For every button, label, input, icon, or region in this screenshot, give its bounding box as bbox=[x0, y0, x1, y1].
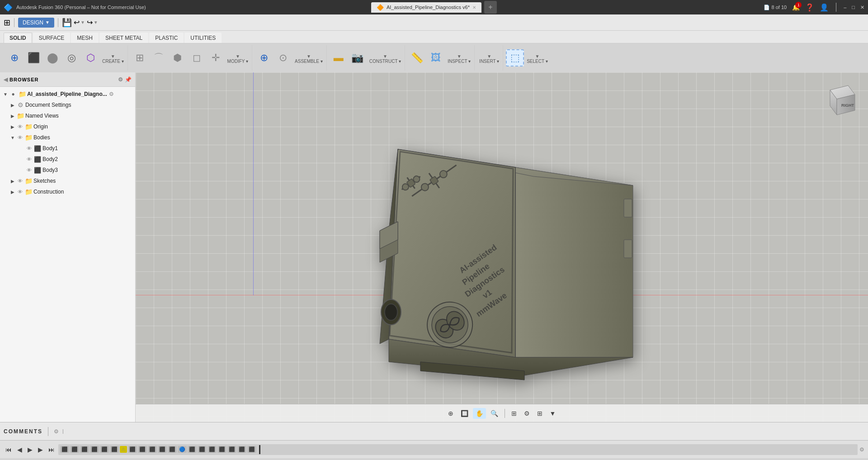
timeline-prev-btn[interactable]: ◀ bbox=[15, 445, 24, 454]
timeline-op-1[interactable]: ⬛ bbox=[60, 446, 69, 453]
fillet-btn[interactable]: ⌒ bbox=[150, 49, 168, 66]
tab-solid[interactable]: SOLID bbox=[4, 33, 32, 43]
maximize-btn[interactable]: □ bbox=[852, 5, 855, 10]
timeline-op-10[interactable]: ⬛ bbox=[148, 446, 157, 453]
tree-item-origin[interactable]: ▶ 👁 📁 Origin bbox=[0, 121, 135, 132]
scale-btn[interactable]: ✛ bbox=[207, 50, 225, 66]
timeline-play-btn[interactable]: ▶ bbox=[26, 445, 34, 454]
redo-btn[interactable]: ↪ bbox=[87, 18, 93, 27]
sketches-visibility-icon[interactable]: 👁 bbox=[16, 178, 24, 184]
timeline-op-13[interactable]: 🔵 bbox=[178, 446, 187, 453]
timeline-op-8[interactable]: ⬛ bbox=[128, 446, 137, 453]
viewport-look-at-btn[interactable]: 🔲 bbox=[458, 408, 471, 419]
browser-collapse-btn[interactable]: ◀ bbox=[4, 76, 8, 83]
timeline-op-9[interactable]: ⬛ bbox=[138, 446, 147, 453]
minimize-btn[interactable]: – bbox=[844, 5, 846, 10]
viewport-zoom-to-fit-btn[interactable]: ⊞ bbox=[509, 408, 519, 419]
timeline-step-forward-btn[interactable]: ⏭ bbox=[47, 445, 57, 454]
tab-close-btn[interactable]: ✕ bbox=[472, 5, 476, 10]
timeline-op-12[interactable]: ⬛ bbox=[168, 446, 177, 453]
save-btn[interactable]: 💾 bbox=[62, 18, 72, 28]
angle-plane-btn[interactable]: 📷 bbox=[349, 50, 367, 66]
timeline-op-15[interactable]: ⬛ bbox=[198, 446, 207, 453]
tab-plastic[interactable]: PLASTIC bbox=[149, 33, 184, 43]
tree-item-root[interactable]: ▼ ● 📁 AI_assisted_Pipeline_Diagno... ⚙ bbox=[0, 89, 135, 100]
tree-item-body3[interactable]: ▶ 👁 ⬛ Body3 bbox=[0, 165, 135, 175]
construct-dropdown-btn[interactable]: ▼ CONSTRUCT ▾ bbox=[368, 51, 403, 65]
comments-settings-btn[interactable]: ⚙ bbox=[54, 428, 59, 435]
modify-dropdown-btn[interactable]: ▼ MODIFY ▾ bbox=[226, 51, 250, 65]
active-tab[interactable]: 🔶 AI_assisted_Pipeline_Diagnostics v6* ✕ bbox=[371, 2, 481, 13]
tab-surface[interactable]: SURFACE bbox=[33, 33, 71, 43]
timeline-next-btn[interactable]: ▶ bbox=[36, 445, 45, 454]
app-menu-btn[interactable]: ⊞ bbox=[4, 18, 10, 28]
tab-sheet-metal[interactable]: SHEET METAL bbox=[99, 33, 148, 43]
timeline-op-4[interactable]: ⬛ bbox=[90, 446, 99, 453]
section-analysis-btn[interactable]: 🖼 bbox=[427, 50, 445, 66]
help-btn[interactable]: ❓ bbox=[805, 3, 814, 12]
construction-visibility-icon[interactable]: 👁 bbox=[16, 189, 24, 194]
new-joint-btn[interactable]: ⊕ bbox=[255, 50, 273, 66]
measure-btn[interactable]: 📏 bbox=[408, 50, 426, 66]
timeline-op-3[interactable]: ⬛ bbox=[80, 446, 89, 453]
close-btn[interactable]: ✕ bbox=[860, 5, 864, 10]
timeline-op-18[interactable]: ⬛ bbox=[227, 446, 236, 453]
root-settings-icon[interactable]: ⚙ bbox=[109, 91, 114, 97]
new-tab-btn[interactable]: + bbox=[484, 1, 497, 14]
loft-btn[interactable]: ⬡ bbox=[81, 50, 99, 66]
viewport-pan-btn[interactable]: ✋ bbox=[473, 408, 486, 419]
timeline-op-5[interactable]: ⬛ bbox=[100, 446, 109, 453]
user-btn[interactable]: 👤 bbox=[820, 3, 829, 12]
tree-item-sketches[interactable]: ▶ 👁 📁 Sketches bbox=[0, 175, 135, 186]
select-btn[interactable]: ⬚ bbox=[506, 49, 524, 66]
design-dropdown-btn[interactable]: DESIGN ▼ bbox=[18, 18, 54, 28]
timeline-track[interactable]: ⬛ ⬛ ⬛ ⬛ ⬛ ⬛ ⚠ ⬛ ⬛ ⬛ ⬛ ⬛ 🔵 ⬛ ⬛ ⬛ ⬛ ⬛ ⬛ ⬛ bbox=[58, 444, 858, 455]
viewport[interactable]: AI-assisted Pipeline Diagnostics v1 mmWa… bbox=[136, 72, 868, 422]
view-cube[interactable]: RIGHT bbox=[821, 83, 857, 119]
create-dropdown-btn[interactable]: ▼ CREATE ▾ bbox=[100, 51, 126, 65]
body3-visibility-icon[interactable]: 👁 bbox=[25, 167, 33, 173]
timeline-step-back-btn[interactable]: ⏮ bbox=[4, 445, 14, 454]
timeline-op-6[interactable]: ⬛ bbox=[110, 446, 119, 453]
revolve-btn[interactable]: ◎ bbox=[62, 50, 80, 66]
timeline-op-2[interactable]: ⬛ bbox=[70, 446, 79, 453]
shell-btn[interactable]: ◻ bbox=[188, 50, 206, 66]
tree-item-body1[interactable]: ▶ 👁 ⬛ Body1 bbox=[0, 143, 135, 154]
body1-visibility-icon[interactable]: 👁 bbox=[25, 146, 33, 151]
tree-item-bodies[interactable]: ▼ 👁 📁 Bodies bbox=[0, 132, 135, 143]
timeline-op-19[interactable]: ⬛ bbox=[237, 446, 246, 453]
viewport-zoom-btn[interactable]: 🔍 bbox=[488, 408, 501, 419]
browser-pin-btn[interactable]: 📌 bbox=[125, 76, 132, 83]
tree-item-doc-settings[interactable]: ▶ ⚙ Document Settings bbox=[0, 100, 135, 110]
timeline-op-14[interactable]: ⬛ bbox=[188, 446, 197, 453]
chamfer-btn[interactable]: ⬢ bbox=[169, 50, 187, 66]
notifications-btn[interactable]: 🔔 1 bbox=[792, 4, 800, 11]
select-dropdown-btn[interactable]: ▼ SELECT ▾ bbox=[525, 51, 550, 65]
body2-visibility-icon[interactable]: 👁 bbox=[25, 156, 33, 162]
timeline-op-16[interactable]: ⬛ bbox=[208, 446, 217, 453]
tab-mesh[interactable]: MESH bbox=[71, 33, 99, 43]
inspect-dropdown-btn[interactable]: ▼ INSPECT ▾ bbox=[446, 51, 472, 65]
tree-item-construction[interactable]: ▶ 👁 📁 Construction bbox=[0, 186, 135, 197]
tab-utilities[interactable]: UTILITIES bbox=[184, 33, 222, 43]
press-pull-btn[interactable]: ⊞ bbox=[131, 50, 149, 66]
timeline-op-7[interactable]: ⚠ bbox=[120, 446, 127, 453]
tree-item-body2[interactable]: ▶ 👁 ⬛ Body2 bbox=[0, 154, 135, 165]
extrude-btn[interactable]: ⬛ bbox=[24, 50, 42, 66]
browser-settings-btn[interactable]: ⚙ bbox=[118, 76, 123, 83]
viewport-orbit-btn[interactable]: ⊕ bbox=[445, 408, 456, 419]
viewport-grid-settings-btn[interactable]: ⊞ bbox=[534, 408, 545, 419]
undo-btn[interactable]: ↩ bbox=[74, 18, 80, 27]
assemble-dropdown-btn[interactable]: ▼ ASSEMBLE ▾ bbox=[293, 51, 325, 65]
bodies-visibility-icon[interactable]: 👁 bbox=[16, 135, 24, 140]
offset-plane-btn[interactable]: ▬ bbox=[330, 50, 348, 66]
comments-collapse-btn[interactable]: | bbox=[62, 429, 64, 434]
new-component-btn[interactable]: ⊕ bbox=[5, 50, 24, 66]
timeline-op-11[interactable]: ⬛ bbox=[158, 446, 167, 453]
timeline-settings-btn[interactable]: ⚙ bbox=[859, 446, 864, 453]
viewport-display-settings-btn[interactable]: ⚙ bbox=[521, 408, 533, 419]
timeline-op-20[interactable]: ⬛ bbox=[247, 446, 256, 453]
sphere-btn[interactable]: ⬤ bbox=[43, 50, 61, 66]
timeline-op-17[interactable]: ⬛ bbox=[217, 446, 226, 453]
origin-visibility-icon[interactable]: 👁 bbox=[16, 124, 24, 129]
